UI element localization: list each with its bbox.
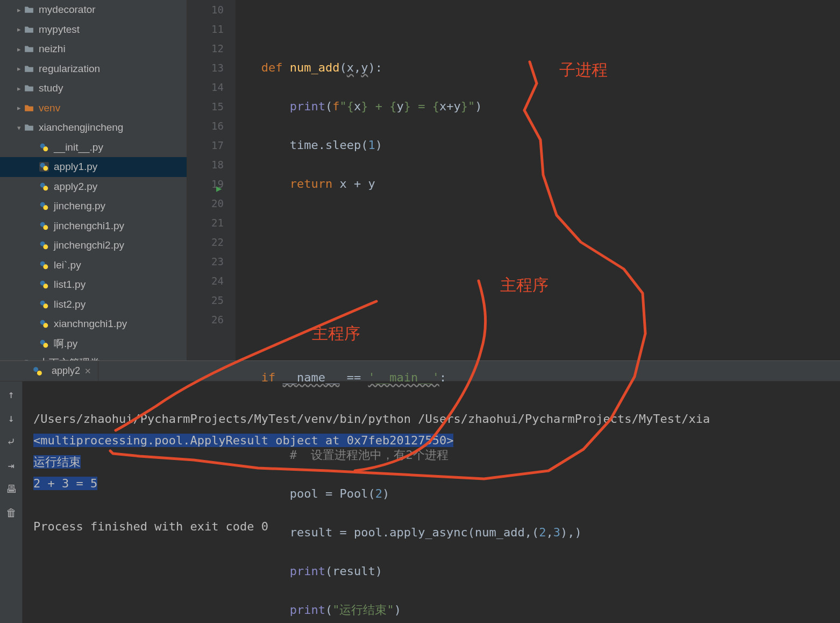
python-file-icon bbox=[39, 260, 49, 271]
line-number: 26 bbox=[187, 310, 224, 329]
tree-item-label: neizhi bbox=[39, 43, 66, 55]
svg-point-2 bbox=[43, 146, 48, 151]
tree-item-label: jinchengchi1.py bbox=[54, 220, 124, 232]
line-number: 11 bbox=[187, 19, 224, 39]
tree-item-label: xianchngchi1.py bbox=[54, 318, 127, 330]
python-file-icon bbox=[39, 221, 49, 231]
tree-folder-study[interactable]: ▸study bbox=[0, 79, 187, 98]
line-number: 13 bbox=[187, 58, 224, 77]
svg-point-26 bbox=[43, 303, 48, 308]
tree-item-label: apply1.py bbox=[54, 161, 97, 173]
params: (x,y): bbox=[339, 61, 382, 74]
svg-point-32 bbox=[43, 343, 48, 348]
tree-file-initpy[interactable]: __init__.py bbox=[0, 138, 187, 158]
folder-icon bbox=[24, 24, 34, 35]
tree-file-leipy[interactable]: lei`.py bbox=[0, 256, 187, 275]
svg-point-11 bbox=[43, 206, 48, 210]
line-number: 23 bbox=[187, 252, 224, 271]
console-line: 2 + 3 = 5 bbox=[33, 477, 97, 490]
chevron-icon[interactable]: ▸ bbox=[15, 65, 23, 73]
tree-item-label: jinchengchi2.py bbox=[54, 239, 124, 251]
tree-file-xianchngchi1py[interactable]: xianchngchi1.py bbox=[0, 314, 187, 334]
svg-point-17 bbox=[43, 245, 48, 250]
tree-folder-mypytest[interactable]: ▸mypytest bbox=[0, 20, 187, 40]
python-file-icon bbox=[39, 240, 49, 251]
tree-folder-[interactable]: ▾上下文管理类 bbox=[0, 353, 187, 360]
code-area[interactable]: def num_add(x,y): print(f"{x} + {y} = {x… bbox=[236, 0, 840, 360]
run-gutter-icon[interactable]: ▶ bbox=[216, 179, 222, 198]
python-file-icon bbox=[39, 181, 49, 192]
tree-file-list2py[interactable]: list2.py bbox=[0, 295, 187, 315]
svg-point-8 bbox=[43, 186, 48, 190]
run-tab-apply2[interactable]: apply2 ✕ bbox=[26, 361, 98, 381]
python-icon bbox=[32, 366, 43, 377]
line-number: 17 bbox=[187, 136, 224, 155]
project-tree[interactable]: ▸mydecorator▸mypytest▸neizhi▸regularizat… bbox=[0, 0, 187, 360]
code-editor[interactable]: 1011121314151617181920212223242526▶ def … bbox=[187, 0, 840, 360]
console-line: 运行结束 bbox=[33, 455, 81, 469]
tree-file-jinchengpy[interactable]: jincheng.py bbox=[0, 196, 187, 216]
python-file-icon bbox=[39, 299, 49, 310]
console-exit: Process finished with exit code 0 bbox=[33, 520, 268, 533]
chevron-icon[interactable]: ▸ bbox=[15, 84, 23, 93]
up-icon[interactable]: ↑ bbox=[8, 388, 14, 401]
line-number: 25 bbox=[187, 291, 224, 310]
python-file-icon bbox=[39, 318, 49, 329]
chevron-icon[interactable]: ▸ bbox=[15, 45, 23, 53]
tree-item-label: list1.py bbox=[54, 279, 86, 291]
chevron-icon[interactable]: ▸ bbox=[15, 6, 23, 14]
scroll-icon[interactable]: ⇥ bbox=[8, 459, 14, 472]
tree-item-label: venv bbox=[39, 102, 60, 114]
annotation-main-2: 主程序 bbox=[312, 323, 360, 345]
line-number: 16 bbox=[187, 116, 224, 136]
print-call: print bbox=[290, 100, 325, 113]
chevron-icon[interactable]: ▸ bbox=[15, 25, 23, 33]
tree-item-label: lei`.py bbox=[54, 259, 81, 271]
tree-item-label: 啊.py bbox=[54, 337, 77, 351]
tree-item-label: mydecorator bbox=[39, 4, 96, 16]
tree-item-label: list2.py bbox=[54, 299, 86, 310]
tree-folder-regularization[interactable]: ▸regularization bbox=[0, 59, 187, 79]
line-number: 21 bbox=[187, 213, 224, 232]
tree-file-jinchengchi2py[interactable]: jinchengchi2.py bbox=[0, 236, 187, 256]
python-file-icon bbox=[39, 161, 49, 172]
line-number: 18 bbox=[187, 155, 224, 174]
chevron-icon[interactable]: ▸ bbox=[15, 104, 23, 112]
annotation-main-1: 主程序 bbox=[500, 274, 549, 296]
tree-folder-mydecorator[interactable]: ▸mydecorator bbox=[0, 0, 187, 20]
svg-point-20 bbox=[43, 264, 48, 269]
tree-folder-neizhi[interactable]: ▸neizhi bbox=[0, 39, 187, 59]
tree-item-label: regularization bbox=[39, 63, 100, 75]
folder-icon bbox=[24, 103, 34, 114]
wrap-icon[interactable]: ⤶ bbox=[6, 435, 16, 448]
tree-file-apply1py[interactable]: apply1.py bbox=[0, 157, 187, 177]
chevron-icon[interactable]: ▾ bbox=[15, 124, 23, 132]
tree-folder-venv[interactable]: ▸venv bbox=[0, 98, 187, 118]
tree-item-label: __init__.py bbox=[54, 141, 103, 153]
svg-point-37 bbox=[37, 370, 42, 375]
tree-item-label: mypytest bbox=[39, 24, 80, 36]
ide-root: ▸mydecorator▸mypytest▸neizhi▸regularizat… bbox=[0, 0, 840, 623]
line-number: 14 bbox=[187, 77, 224, 97]
close-icon[interactable]: ✕ bbox=[84, 366, 91, 376]
run-toolbar: ↑ ↓ ⤶ ⇥ 🖶 🗑 bbox=[0, 381, 23, 623]
print-icon[interactable]: 🖶 bbox=[6, 483, 17, 495]
python-file-icon bbox=[39, 338, 49, 349]
tree-file-py[interactable]: 啊.py bbox=[0, 334, 187, 354]
line-number: 22 bbox=[187, 232, 224, 252]
line-number: 12 bbox=[187, 39, 224, 58]
tree-item-label: xianchengjincheng bbox=[39, 122, 123, 133]
tree-folder-xianchengjincheng[interactable]: ▾xianchengjincheng bbox=[0, 118, 187, 138]
trash-icon[interactable]: 🗑 bbox=[6, 506, 17, 519]
python-file-icon bbox=[39, 279, 49, 290]
tree-file-apply2py[interactable]: apply2.py bbox=[0, 177, 187, 197]
func-name: num_add bbox=[290, 61, 340, 74]
line-number: 24 bbox=[187, 271, 224, 291]
annotation-child-process: 子进程 bbox=[559, 59, 608, 81]
folder-icon bbox=[24, 83, 34, 94]
tree-file-jinchengchi1py[interactable]: jinchengchi1.py bbox=[0, 216, 187, 236]
tree-item-label: apply2.py bbox=[54, 181, 97, 193]
down-icon[interactable]: ↓ bbox=[8, 412, 14, 424]
svg-point-23 bbox=[43, 284, 48, 289]
tree-file-list1py[interactable]: list1.py bbox=[0, 275, 187, 295]
